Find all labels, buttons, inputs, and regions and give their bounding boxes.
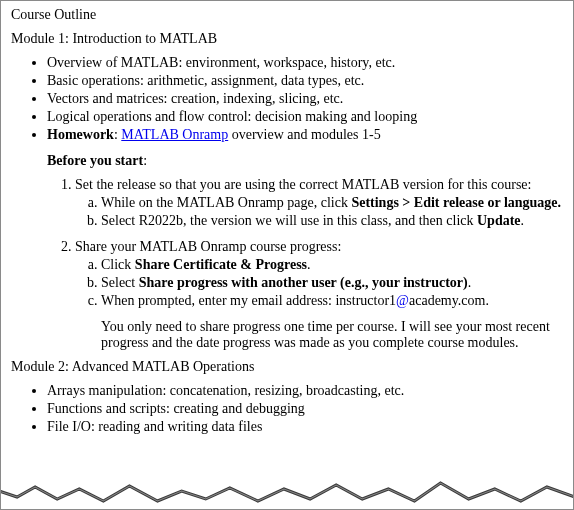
module1-bullet-list: Overview of MATLAB: environment, workspa… [11, 55, 563, 143]
text: Select R2022b, the version we will use i… [101, 213, 477, 228]
homework-label: Homework [47, 127, 114, 142]
list-item-homework: Homework: MATLAB Onramp overview and mod… [47, 127, 563, 143]
substep: Select R2022b, the version we will use i… [101, 213, 563, 229]
step-1: Set the release so that you are using th… [75, 177, 563, 229]
substep: While on the MATLAB Onramp page, click S… [101, 195, 563, 211]
list-item: Functions and scripts: creating and debu… [47, 401, 563, 417]
substep: When prompted, enter my email address: i… [101, 293, 563, 309]
bold-text: Settings > Edit release or language. [351, 195, 561, 210]
step-text: Share your MATLAB Onramp course progress… [75, 239, 341, 254]
list-item: Basic operations: arithmetic, assignment… [47, 73, 563, 89]
text: . [468, 275, 472, 290]
torn-edge-decoration [0, 477, 574, 510]
text: While on the MATLAB Onramp page, click [101, 195, 351, 210]
list-item: File I/O: reading and writing data files [47, 419, 563, 435]
substep: Select Share progress with another user … [101, 275, 563, 291]
module2-bullet-list: Arrays manipulation: concatenation, resi… [11, 383, 563, 435]
text: : [143, 153, 147, 168]
step-2-sublist: Click Share Certificate & Progress. Sele… [75, 257, 563, 309]
before-you-start: Before you start: [47, 153, 563, 169]
text: overview and modules 1-5 [228, 127, 380, 142]
before-you-start-label: Before you start [47, 153, 143, 168]
substep: Click Share Certificate & Progress. [101, 257, 563, 273]
step-1-sublist: While on the MATLAB Onramp page, click S… [75, 195, 563, 229]
text: When prompted, enter my email address: i… [101, 293, 396, 308]
text: Select [101, 275, 139, 290]
page-title: Course Outline [11, 7, 563, 23]
list-item: Logical operations and flow control: dec… [47, 109, 563, 125]
module1-heading: Module 1: Introduction to MATLAB [11, 31, 563, 47]
list-item: Arrays manipulation: concatenation, resi… [47, 383, 563, 399]
module2-heading: Module 2: Advanced MATLAB Operations [11, 359, 563, 375]
text: Click [101, 257, 135, 272]
text: academy.com. [409, 293, 489, 308]
bold-text: Share progress with another user (e.g., … [139, 275, 468, 290]
list-item: Vectors and matrices: creation, indexing… [47, 91, 563, 107]
steps-list: Set the release so that you are using th… [47, 177, 563, 309]
email-at-icon: @ [396, 293, 409, 308]
list-item: Overview of MATLAB: environment, workspa… [47, 55, 563, 71]
step-text: Set the release so that you are using th… [75, 177, 531, 192]
text: . [307, 257, 311, 272]
bold-text: Share Certificate & Progress [135, 257, 307, 272]
share-progress-note: You only need to share progress one time… [101, 319, 563, 351]
bold-text: Update [477, 213, 521, 228]
text: . [521, 213, 525, 228]
matlab-onramp-link[interactable]: MATLAB Onramp [121, 127, 228, 142]
step-2: Share your MATLAB Onramp course progress… [75, 239, 563, 309]
